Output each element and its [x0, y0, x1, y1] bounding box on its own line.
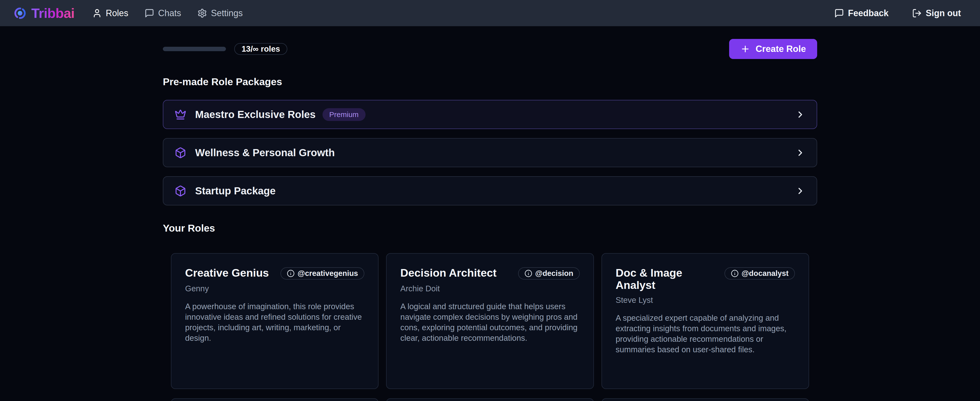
chevron-right-icon — [795, 109, 805, 120]
role-card-doc-image-analyst[interactable]: Doc & Image Analyst @docanalyst Steve Ly… — [601, 253, 809, 389]
package-row-maestro[interactable]: Maestro Exclusive Roles Premium — [163, 100, 817, 129]
role-handle: @docanalyst — [741, 269, 789, 278]
role-card-partial[interactable] — [171, 398, 379, 401]
crown-icon — [175, 109, 186, 120]
role-card-partial[interactable] — [601, 398, 809, 401]
role-card-creative-genius[interactable]: Creative Genius @creativegenius Genny A … — [171, 253, 379, 389]
role-description: A logical and structured guide that help… — [400, 301, 579, 343]
feedback-button[interactable]: Feedback — [834, 8, 889, 18]
role-subtitle: Steve Lyst — [616, 296, 795, 305]
role-handle: @creativegenius — [298, 269, 358, 278]
create-role-label: Create Role — [756, 44, 806, 54]
top-navbar: Tribbai Roles Chats Settings — [0, 0, 980, 26]
package-title: Wellness & Personal Growth — [195, 147, 335, 159]
chevron-right-icon — [795, 148, 805, 158]
feedback-label: Feedback — [848, 8, 889, 18]
user-icon — [92, 8, 102, 18]
nav-item-roles[interactable]: Roles — [92, 8, 128, 18]
role-handle-badge[interactable]: @decision — [518, 267, 580, 280]
main-content: 13/∞ roles Create Role Pre-made Role Pac… — [163, 39, 817, 401]
role-card-header: Creative Genius @creativegenius — [185, 267, 364, 280]
role-title: Decision Architect — [400, 267, 496, 279]
premium-badge: Premium — [323, 108, 366, 121]
package-icon — [175, 147, 186, 159]
role-handle: @decision — [535, 269, 573, 278]
primary-nav: Roles Chats Settings — [92, 8, 243, 18]
nav-item-chats[interactable]: Chats — [145, 8, 181, 18]
info-icon — [287, 270, 294, 277]
info-icon — [525, 270, 532, 277]
chat-bubble-icon — [834, 8, 844, 18]
your-roles-heading: Your Roles — [163, 222, 817, 234]
role-subtitle: Archie Doit — [400, 284, 579, 293]
chat-bubble-icon — [145, 8, 154, 18]
nav-label: Roles — [106, 8, 128, 18]
role-title: Creative Genius — [185, 267, 269, 279]
create-role-button[interactable]: Create Role — [729, 39, 817, 59]
package-icon — [175, 185, 186, 197]
nav-item-settings[interactable]: Settings — [197, 8, 243, 18]
role-handle-badge[interactable]: @docanalyst — [724, 267, 795, 280]
premade-packages-heading: Pre-made Role Packages — [163, 76, 817, 88]
roles-progress-bar — [163, 47, 226, 51]
role-card-header: Doc & Image Analyst @docanalyst — [616, 267, 795, 291]
logout-icon — [912, 8, 922, 18]
sign-out-label: Sign out — [926, 8, 961, 18]
navbar-right: Feedback Sign out — [834, 8, 961, 18]
roles-grid-next-row — [163, 398, 817, 401]
tribbai-logo-icon — [14, 7, 26, 19]
role-card-partial[interactable] — [386, 398, 594, 401]
roles-grid: Creative Genius @creativegenius Genny A … — [163, 253, 817, 389]
brand-name: Tribbai — [31, 5, 75, 21]
sign-out-button[interactable]: Sign out — [912, 8, 961, 18]
info-icon — [731, 270, 739, 277]
nav-label: Chats — [158, 8, 181, 18]
package-list: Maestro Exclusive Roles Premium Wellness… — [163, 100, 817, 205]
role-card-header: Decision Architect @decision — [400, 267, 579, 280]
nav-label: Settings — [211, 8, 243, 18]
roles-toolbar: 13/∞ roles Create Role — [163, 39, 817, 59]
role-subtitle: Genny — [185, 284, 364, 293]
chevron-right-icon — [795, 186, 805, 196]
role-description: A powerhouse of imagination, this role p… — [185, 301, 364, 343]
role-description: A specialized expert capable of analyzin… — [616, 313, 795, 355]
plus-icon — [740, 44, 750, 54]
gear-icon — [197, 8, 207, 18]
role-handle-badge[interactable]: @creativegenius — [280, 267, 364, 280]
package-row-wellness[interactable]: Wellness & Personal Growth — [163, 138, 817, 167]
brand-logo[interactable]: Tribbai — [14, 5, 75, 21]
package-title: Maestro Exclusive Roles — [195, 109, 316, 120]
package-row-startup[interactable]: Startup Package — [163, 176, 817, 205]
role-title: Doc & Image Analyst — [616, 267, 724, 291]
role-card-decision-architect[interactable]: Decision Architect @decision Archie Doit… — [386, 253, 594, 389]
package-title: Startup Package — [195, 185, 275, 197]
roles-count-badge: 13/∞ roles — [234, 43, 287, 55]
